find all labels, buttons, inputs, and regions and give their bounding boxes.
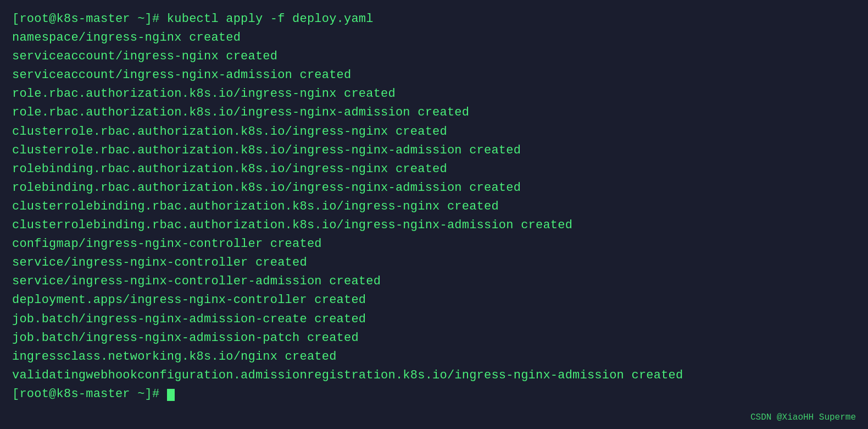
line-05: role.rbac.authorization.k8s.io/ingress-n… xyxy=(12,103,856,122)
cmd-line: [root@k8s-master ~]# kubectl apply -f de… xyxy=(12,10,856,29)
line-17: job.batch/ingress-nginx-admission-patch … xyxy=(12,329,856,348)
line-13: service/ingress-nginx-controller created xyxy=(12,254,856,272)
line-10: clusterrolebinding.rbac.authorization.k8… xyxy=(12,197,856,216)
line-18: ingressclass.networking.k8s.io/nginx cre… xyxy=(12,348,856,366)
line-02: serviceaccount/ingress-nginx created xyxy=(12,47,856,66)
line-03: serviceaccount/ingress-nginx-admission c… xyxy=(12,66,856,85)
line-07: clusterrole.rbac.authorization.k8s.io/in… xyxy=(12,141,856,160)
line-15: deployment.apps/ingress-nginx-controller… xyxy=(12,291,856,310)
line-11: clusterrolebinding.rbac.authorization.k8… xyxy=(12,216,856,235)
terminal-cursor xyxy=(167,389,175,401)
line-08: rolebinding.rbac.authorization.k8s.io/in… xyxy=(12,160,856,179)
line-09: rolebinding.rbac.authorization.k8s.io/in… xyxy=(12,179,856,197)
line-04: role.rbac.authorization.k8s.io/ingress-n… xyxy=(12,85,856,103)
terminal: [root@k8s-master ~]# kubectl apply -f de… xyxy=(0,0,868,429)
line-16: job.batch/ingress-nginx-admission-create… xyxy=(12,310,856,329)
line-14: service/ingress-nginx-controller-admissi… xyxy=(12,272,856,291)
line-06: clusterrole.rbac.authorization.k8s.io/in… xyxy=(12,123,856,141)
line-01: namespace/ingress-nginx created xyxy=(12,29,856,47)
watermark: CSDN @XiaoHH Superme xyxy=(750,413,856,422)
prompt-end: [root@k8s-master ~]# xyxy=(12,385,856,404)
line-12: configmap/ingress-nginx-controller creat… xyxy=(12,235,856,254)
line-19: validatingwebhookconfiguration.admission… xyxy=(12,366,856,385)
